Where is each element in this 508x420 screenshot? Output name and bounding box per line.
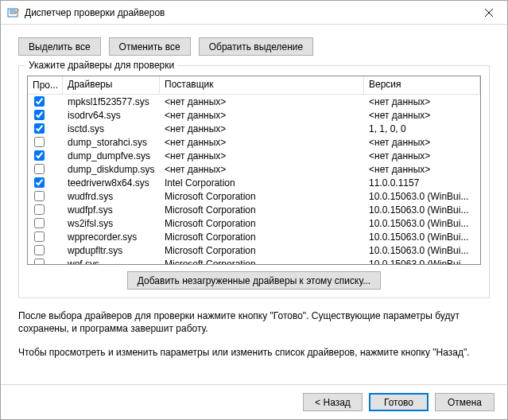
titlebar: Диспетчер проверки драйверов	[1, 1, 507, 25]
row-vendor-cell: Intel Corporation	[160, 177, 364, 189]
row-vendor-cell: <нет данных>	[160, 137, 364, 148]
drivers-groupbox: Укажите драйверы для проверки Про... Дра…	[18, 65, 490, 298]
row-driver-cell: isodrv64.sys	[63, 110, 160, 121]
row-checkbox-cell	[28, 231, 63, 242]
listview-header: Про... Драйверы Поставщик Версия	[28, 76, 480, 95]
row-checkbox-cell	[28, 123, 63, 134]
row-checkbox[interactable]	[34, 231, 45, 242]
row-version-cell: 10.0.15063.0 (WinBui...	[364, 245, 480, 256]
column-header-vendor[interactable]: Поставщик	[160, 76, 364, 94]
row-checkbox[interactable]	[34, 110, 45, 120]
row-checkbox[interactable]	[34, 259, 45, 265]
row-version-cell: 10.0.15063.0 (WinBui...	[364, 191, 480, 202]
table-row[interactable]: wof.sysMicrosoft Corporation10.0.15063.0…	[28, 257, 480, 265]
row-driver-cell: dump_storahci.sys	[63, 137, 160, 148]
row-driver-cell: isctd.sys	[63, 123, 160, 134]
row-vendor-cell: Microsoft Corporation	[160, 231, 364, 243]
row-version-cell: <нет данных>	[364, 137, 480, 148]
row-checkbox-cell	[28, 164, 63, 174]
groupbox-label: Укажите драйверы для проверки	[25, 60, 177, 71]
row-driver-cell: mpksl1f523577.sys	[63, 96, 160, 107]
close-icon	[485, 9, 493, 17]
table-row[interactable]: isctd.sys<нет данных>1, 1, 0, 0	[28, 122, 480, 135]
row-version-cell: <нет данных>	[364, 150, 480, 161]
row-version-cell: 10.0.15063.0 (WinBui...	[364, 259, 480, 266]
row-checkbox-cell	[28, 96, 63, 107]
row-driver-cell: wof.sys	[63, 259, 160, 266]
add-button-row: Добавить незагруженные драйверы к этому …	[27, 271, 481, 290]
row-driver-cell: wpdupfltr.sys	[63, 245, 160, 256]
row-version-cell: <нет данных>	[364, 164, 480, 175]
row-checkbox[interactable]	[34, 218, 45, 228]
row-driver-cell: ws2ifsl.sys	[63, 218, 160, 229]
select-all-button[interactable]: Выделить все	[18, 37, 101, 56]
listview-body[interactable]: mpksl1f523577.sys<нет данных><нет данных…	[28, 95, 480, 265]
row-driver-cell: wpprecorder.sys	[63, 231, 160, 243]
table-row[interactable]: wpprecorder.sysMicrosoft Corporation10.0…	[28, 230, 480, 243]
close-button[interactable]	[471, 1, 507, 25]
table-row[interactable]: dump_dumpfve.sys<нет данных><нет данных>	[28, 149, 480, 162]
table-row[interactable]: ws2ifsl.sysMicrosoft Corporation10.0.150…	[28, 216, 480, 230]
row-driver-cell: dump_diskdump.sys	[63, 164, 160, 175]
row-checkbox[interactable]	[34, 137, 45, 147]
row-version-cell: 11.0.0.1157	[364, 177, 480, 189]
finish-button[interactable]: Готово	[369, 393, 429, 411]
row-version-cell: 10.0.15063.0 (WinBui...	[364, 218, 480, 229]
row-checkbox[interactable]	[34, 123, 45, 134]
row-vendor-cell: <нет данных>	[160, 164, 364, 175]
row-checkbox[interactable]	[34, 150, 45, 161]
table-row[interactable]: dump_diskdump.sys<нет данных><нет данных…	[28, 162, 480, 176]
row-checkbox[interactable]	[34, 177, 45, 188]
row-checkbox-cell	[28, 218, 63, 228]
content-area: Выделить все Отменить все Обратить выдел…	[1, 25, 507, 384]
row-driver-cell: dump_dumpfve.sys	[63, 150, 160, 161]
row-checkbox-cell	[28, 110, 63, 120]
row-version-cell: 1, 1, 0, 0	[364, 123, 480, 134]
row-checkbox-cell	[28, 245, 63, 255]
table-row[interactable]: mpksl1f523577.sys<нет данных><нет данных…	[28, 95, 480, 108]
column-header-check[interactable]: Про...	[28, 76, 63, 94]
row-checkbox-cell	[28, 259, 63, 265]
row-vendor-cell: <нет данных>	[160, 110, 364, 121]
row-checkbox-cell	[28, 191, 63, 201]
row-vendor-cell: Microsoft Corporation	[160, 218, 364, 229]
table-row[interactable]: wudfpf.sysMicrosoft Corporation10.0.1506…	[28, 203, 480, 216]
row-vendor-cell: Microsoft Corporation	[160, 245, 364, 256]
row-driver-cell: wudfpf.sys	[63, 204, 160, 216]
row-version-cell: <нет данных>	[364, 110, 480, 121]
row-driver-cell: teedriverw8x64.sys	[63, 177, 160, 189]
invert-selection-button[interactable]: Обратить выделение	[199, 37, 314, 56]
table-row[interactable]: wpdupfltr.sysMicrosoft Corporation10.0.1…	[28, 243, 480, 257]
row-checkbox-cell	[28, 150, 63, 161]
deselect-all-button[interactable]: Отменить все	[109, 37, 191, 56]
row-vendor-cell: <нет данных>	[160, 96, 364, 107]
row-vendor-cell: Microsoft Corporation	[160, 259, 364, 266]
row-checkbox[interactable]	[34, 245, 45, 255]
back-button[interactable]: < Назад	[303, 393, 363, 411]
window-title: Диспетчер проверки драйверов	[25, 7, 471, 18]
table-row[interactable]: teedriverw8x64.sysIntel Corporation11.0.…	[28, 176, 480, 189]
row-checkbox[interactable]	[34, 96, 45, 107]
window: Диспетчер проверки драйверов Выделить вс…	[0, 0, 508, 420]
row-vendor-cell: <нет данных>	[160, 123, 364, 134]
row-vendor-cell: <нет данных>	[160, 150, 364, 161]
row-checkbox[interactable]	[34, 164, 45, 174]
row-checkbox[interactable]	[34, 191, 45, 201]
table-row[interactable]: dump_storahci.sys<нет данных><нет данных…	[28, 135, 480, 149]
table-row[interactable]: isodrv64.sys<нет данных><нет данных>	[28, 108, 480, 122]
cancel-button[interactable]: Отмена	[435, 393, 494, 411]
column-header-driver[interactable]: Драйверы	[63, 76, 160, 94]
column-header-version[interactable]: Версия	[364, 76, 480, 94]
table-row[interactable]: wudfrd.sysMicrosoft Corporation10.0.1506…	[28, 189, 480, 203]
row-checkbox-cell	[28, 177, 63, 188]
row-version-cell: <нет данных>	[364, 96, 480, 107]
drivers-listview[interactable]: Про... Драйверы Поставщик Версия mpksl1f…	[27, 76, 481, 265]
row-checkbox[interactable]	[34, 204, 45, 215]
row-vendor-cell: Microsoft Corporation	[160, 204, 364, 216]
row-checkbox-cell	[28, 137, 63, 147]
row-checkbox-cell	[28, 204, 63, 215]
row-driver-cell: wudfrd.sys	[63, 191, 160, 202]
row-vendor-cell: Microsoft Corporation	[160, 191, 364, 202]
info-paragraph-2: Чтобы просмотреть и изменить параметры и…	[18, 346, 490, 359]
add-unloaded-drivers-button[interactable]: Добавить незагруженные драйверы к этому …	[127, 271, 381, 290]
